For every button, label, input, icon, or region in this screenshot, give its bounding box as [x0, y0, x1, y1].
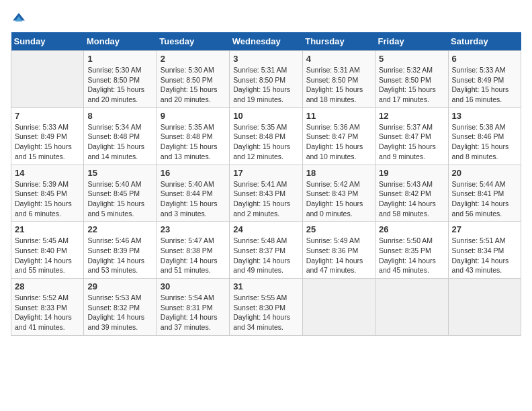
calendar-cell: 31 Sunrise: 5:55 AMSunset: 8:30 PMDaylig…: [230, 279, 302, 336]
calendar-body: 1 Sunrise: 5:30 AMSunset: 8:50 PMDayligh…: [11, 51, 521, 336]
day-number: 14: [15, 168, 80, 178]
calendar-week-row: 28 Sunrise: 5:52 AMSunset: 8:33 PMDaylig…: [11, 279, 521, 336]
logo: [11, 11, 30, 27]
cell-info: Sunrise: 5:55 AMSunset: 8:30 PMDaylight:…: [233, 293, 298, 332]
day-number: 11: [306, 111, 371, 121]
day-number: 25: [306, 224, 371, 234]
cell-info: Sunrise: 5:45 AMSunset: 8:40 PMDaylight:…: [15, 236, 80, 275]
cell-info: Sunrise: 5:36 AMSunset: 8:47 PMDaylight:…: [306, 122, 371, 162]
cell-info: Sunrise: 5:48 AMSunset: 8:37 PMDaylight:…: [233, 236, 298, 275]
day-number: 29: [87, 281, 152, 291]
calendar-cell: 10 Sunrise: 5:35 AMSunset: 8:48 PMDaylig…: [230, 107, 302, 165]
calendar-cell: 13 Sunrise: 5:38 AMSunset: 8:46 PMDaylig…: [448, 107, 521, 165]
cell-info: Sunrise: 5:38 AMSunset: 8:46 PMDaylight:…: [452, 122, 517, 162]
cell-info: Sunrise: 5:31 AMSunset: 8:50 PMDaylight:…: [306, 65, 371, 105]
cell-info: Sunrise: 5:32 AMSunset: 8:50 PMDaylight:…: [379, 65, 444, 105]
day-number: 28: [15, 281, 80, 291]
day-number: 6: [452, 54, 517, 64]
weekday-header: Wednesday: [230, 32, 302, 51]
calendar-cell: 23 Sunrise: 5:47 AMSunset: 8:38 PMDaylig…: [157, 222, 229, 279]
weekday-header: Tuesday: [157, 32, 229, 51]
cell-info: Sunrise: 5:33 AMSunset: 8:49 PMDaylight:…: [15, 122, 80, 162]
calendar-cell: 21 Sunrise: 5:45 AMSunset: 8:40 PMDaylig…: [11, 222, 84, 279]
calendar-cell: 8 Sunrise: 5:34 AMSunset: 8:48 PMDayligh…: [84, 107, 157, 165]
day-number: 10: [233, 111, 298, 121]
day-number: 31: [233, 281, 298, 291]
cell-info: Sunrise: 5:47 AMSunset: 8:38 PMDaylight:…: [161, 236, 226, 275]
cell-info: Sunrise: 5:37 AMSunset: 8:47 PMDaylight:…: [379, 122, 444, 162]
calendar-cell: [375, 279, 448, 336]
calendar-week-row: 14 Sunrise: 5:39 AMSunset: 8:45 PMDaylig…: [11, 165, 521, 222]
day-number: 17: [233, 168, 298, 178]
calendar-header-row: SundayMondayTuesdayWednesdayThursdayFrid…: [11, 32, 521, 51]
calendar-cell: 20 Sunrise: 5:44 AMSunset: 8:41 PMDaylig…: [448, 165, 521, 222]
calendar-cell: 5 Sunrise: 5:32 AMSunset: 8:50 PMDayligh…: [375, 51, 448, 108]
calendar-cell: 14 Sunrise: 5:39 AMSunset: 8:45 PMDaylig…: [11, 165, 84, 222]
logo-icon: [11, 11, 27, 27]
calendar-cell: [448, 279, 521, 336]
day-number: 4: [306, 54, 371, 64]
day-number: 3: [233, 54, 298, 64]
cell-info: Sunrise: 5:39 AMSunset: 8:45 PMDaylight:…: [15, 179, 80, 219]
day-number: 2: [161, 54, 226, 64]
cell-info: Sunrise: 5:50 AMSunset: 8:35 PMDaylight:…: [379, 236, 444, 275]
calendar-cell: 27 Sunrise: 5:51 AMSunset: 8:34 PMDaylig…: [448, 222, 521, 279]
day-number: 20: [452, 168, 517, 178]
day-number: 18: [306, 168, 371, 178]
weekday-header: Monday: [84, 32, 157, 51]
calendar-cell: 22 Sunrise: 5:46 AMSunset: 8:39 PMDaylig…: [84, 222, 157, 279]
calendar-cell: 28 Sunrise: 5:52 AMSunset: 8:33 PMDaylig…: [11, 279, 84, 336]
cell-info: Sunrise: 5:30 AMSunset: 8:50 PMDaylight:…: [161, 65, 226, 105]
day-number: 9: [161, 111, 226, 121]
calendar-cell: 6 Sunrise: 5:33 AMSunset: 8:49 PMDayligh…: [448, 51, 521, 108]
cell-info: Sunrise: 5:53 AMSunset: 8:32 PMDaylight:…: [87, 293, 152, 332]
cell-info: Sunrise: 5:52 AMSunset: 8:33 PMDaylight:…: [15, 293, 80, 332]
calendar-cell: 24 Sunrise: 5:48 AMSunset: 8:37 PMDaylig…: [230, 222, 302, 279]
calendar-cell: 11 Sunrise: 5:36 AMSunset: 8:47 PMDaylig…: [302, 107, 375, 165]
day-number: 12: [379, 111, 444, 121]
calendar-cell: 25 Sunrise: 5:49 AMSunset: 8:36 PMDaylig…: [302, 222, 375, 279]
cell-info: Sunrise: 5:40 AMSunset: 8:45 PMDaylight:…: [87, 179, 152, 219]
weekday-header: Saturday: [448, 32, 521, 51]
calendar-cell: 12 Sunrise: 5:37 AMSunset: 8:47 PMDaylig…: [375, 107, 448, 165]
calendar-cell: 1 Sunrise: 5:30 AMSunset: 8:50 PMDayligh…: [84, 51, 157, 108]
cell-info: Sunrise: 5:46 AMSunset: 8:39 PMDaylight:…: [87, 236, 152, 275]
day-number: 7: [15, 111, 80, 121]
day-number: 27: [452, 224, 517, 234]
cell-info: Sunrise: 5:31 AMSunset: 8:50 PMDaylight:…: [233, 65, 298, 105]
calendar-cell: 15 Sunrise: 5:40 AMSunset: 8:45 PMDaylig…: [84, 165, 157, 222]
calendar-week-row: 21 Sunrise: 5:45 AMSunset: 8:40 PMDaylig…: [11, 222, 521, 279]
cell-info: Sunrise: 5:35 AMSunset: 8:48 PMDaylight:…: [233, 122, 298, 162]
cell-info: Sunrise: 5:51 AMSunset: 8:34 PMDaylight:…: [452, 236, 517, 275]
calendar-cell: 3 Sunrise: 5:31 AMSunset: 8:50 PMDayligh…: [230, 51, 302, 108]
calendar-cell: 9 Sunrise: 5:35 AMSunset: 8:48 PMDayligh…: [157, 107, 229, 165]
day-number: 24: [233, 224, 298, 234]
day-number: 23: [161, 224, 226, 234]
day-number: 16: [161, 168, 226, 178]
cell-info: Sunrise: 5:43 AMSunset: 8:42 PMDaylight:…: [379, 179, 444, 219]
calendar-week-row: 7 Sunrise: 5:33 AMSunset: 8:49 PMDayligh…: [11, 107, 521, 165]
day-number: 8: [87, 111, 152, 121]
cell-info: Sunrise: 5:42 AMSunset: 8:43 PMDaylight:…: [306, 179, 371, 219]
weekday-header: Sunday: [11, 32, 84, 51]
calendar-cell: [11, 51, 84, 108]
day-number: 26: [379, 224, 444, 234]
cell-info: Sunrise: 5:54 AMSunset: 8:31 PMDaylight:…: [161, 293, 226, 332]
cell-info: Sunrise: 5:34 AMSunset: 8:48 PMDaylight:…: [87, 122, 152, 162]
cell-info: Sunrise: 5:44 AMSunset: 8:41 PMDaylight:…: [452, 179, 517, 219]
cell-info: Sunrise: 5:40 AMSunset: 8:44 PMDaylight:…: [161, 179, 226, 219]
calendar-cell: 30 Sunrise: 5:54 AMSunset: 8:31 PMDaylig…: [157, 279, 229, 336]
day-number: 22: [87, 224, 152, 234]
calendar-cell: 17 Sunrise: 5:41 AMSunset: 8:43 PMDaylig…: [230, 165, 302, 222]
calendar-cell: 26 Sunrise: 5:50 AMSunset: 8:35 PMDaylig…: [375, 222, 448, 279]
cell-info: Sunrise: 5:49 AMSunset: 8:36 PMDaylight:…: [306, 236, 371, 275]
day-number: 5: [379, 54, 444, 64]
day-number: 30: [161, 281, 226, 291]
calendar-cell: 19 Sunrise: 5:43 AMSunset: 8:42 PMDaylig…: [375, 165, 448, 222]
day-number: 19: [379, 168, 444, 178]
page-header: [11, 11, 521, 27]
calendar-week-row: 1 Sunrise: 5:30 AMSunset: 8:50 PMDayligh…: [11, 51, 521, 108]
cell-info: Sunrise: 5:30 AMSunset: 8:50 PMDaylight:…: [87, 65, 152, 105]
weekday-header: Thursday: [302, 32, 375, 51]
calendar-cell: [302, 279, 375, 336]
